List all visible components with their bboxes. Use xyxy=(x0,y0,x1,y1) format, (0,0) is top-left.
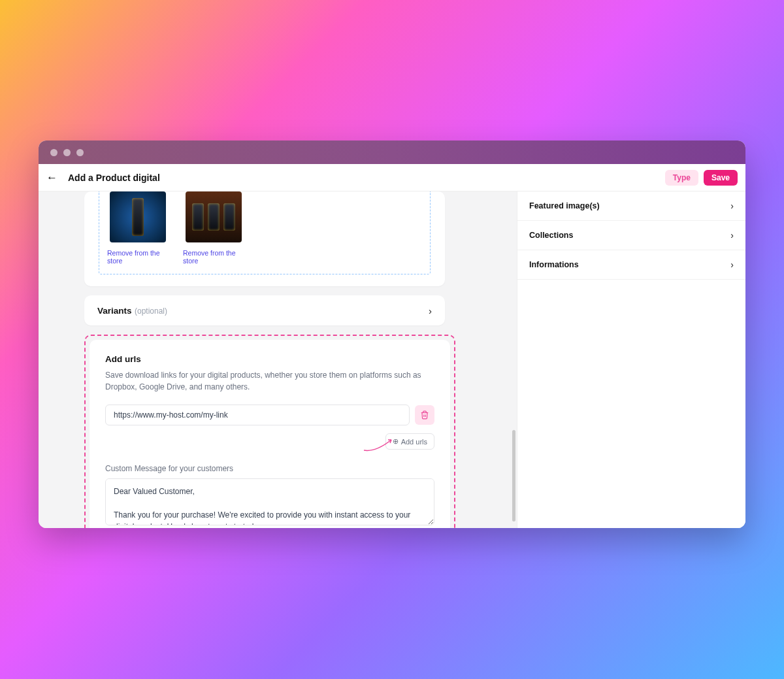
add-urls-card: Add urls Save download links for your di… xyxy=(90,340,450,528)
chevron-right-icon: › xyxy=(730,230,734,240)
main-content: Remove from the store Remove from the st… xyxy=(39,191,745,528)
url-row xyxy=(105,405,434,425)
callout-arrow-icon xyxy=(363,436,395,452)
variants-accordion[interactable]: Variants (optional) › xyxy=(84,295,445,325)
custom-message-label: Custom Message for your customers xyxy=(105,464,434,473)
sidebar-item-label: Featured image(s) xyxy=(529,201,600,210)
topbar-left: ← Add a Product digital xyxy=(46,171,160,184)
delete-url-button[interactable] xyxy=(415,405,434,425)
add-urls-description: Save download links for your digital pro… xyxy=(105,369,434,393)
product-image-thumb[interactable] xyxy=(110,191,166,242)
window-titlebar xyxy=(39,141,745,164)
media-card: Remove from the store Remove from the st… xyxy=(84,191,445,286)
chevron-right-icon: › xyxy=(429,305,432,316)
page-title: Add a Product digital xyxy=(68,173,160,183)
type-button[interactable]: Type xyxy=(665,170,698,186)
product-image-thumb[interactable] xyxy=(186,191,242,242)
chevron-right-icon: › xyxy=(730,201,734,211)
sidebar-item-label: Informations xyxy=(529,260,579,269)
variants-title: Variants xyxy=(97,306,132,316)
media-item: Remove from the store xyxy=(183,191,244,265)
sidebar-item-collections[interactable]: Collections › xyxy=(517,221,745,250)
media-dropzone[interactable]: Remove from the store Remove from the st… xyxy=(99,191,431,274)
media-item: Remove from the store xyxy=(107,191,169,265)
variants-optional-tag: (optional) xyxy=(135,306,167,316)
scrollbar-thumb[interactable] xyxy=(512,430,515,522)
sidebar-item-featured-images[interactable]: Featured image(s) › xyxy=(517,191,745,221)
remove-image-link[interactable]: Remove from the store xyxy=(107,249,169,265)
window-close-dot[interactable] xyxy=(50,149,57,156)
add-urls-title: Add urls xyxy=(105,354,434,364)
topbar: ← Add a Product digital Type Save xyxy=(39,164,745,191)
add-urls-row: ⊕ Add urls xyxy=(105,433,434,450)
left-column: Remove from the store Remove from the st… xyxy=(39,191,517,528)
window-minimize-dot[interactable] xyxy=(63,149,71,156)
highlight-box: Add urls Save download links for your di… xyxy=(84,335,455,528)
remove-image-link[interactable]: Remove from the store xyxy=(183,249,244,265)
save-button[interactable]: Save xyxy=(704,170,738,186)
browser-window: ← Add a Product digital Type Save Remove… xyxy=(39,141,745,528)
variants-title-wrap: Variants (optional) xyxy=(97,305,167,316)
url-input[interactable] xyxy=(105,405,410,425)
back-arrow-icon[interactable]: ← xyxy=(46,171,57,184)
right-sidebar: Featured image(s) › Collections › Inform… xyxy=(517,191,745,528)
sidebar-item-informations[interactable]: Informations › xyxy=(517,250,745,280)
add-urls-button-label: Add urls xyxy=(401,438,427,446)
chevron-right-icon: › xyxy=(730,259,734,270)
trash-icon xyxy=(420,410,429,420)
window-maximize-dot[interactable] xyxy=(76,149,84,156)
sidebar-item-label: Collections xyxy=(529,231,573,240)
custom-message-textarea[interactable] xyxy=(105,478,434,525)
topbar-actions: Type Save xyxy=(665,170,738,186)
